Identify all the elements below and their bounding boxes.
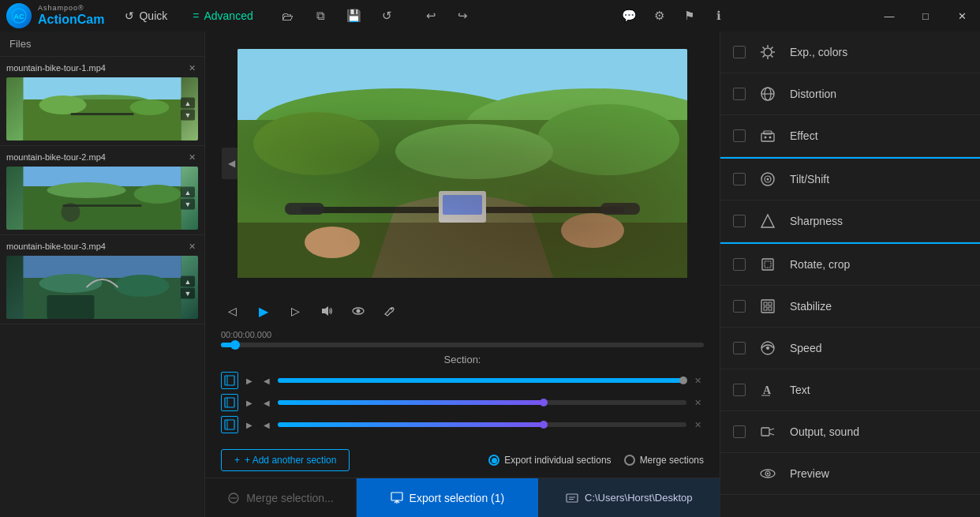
- section-left-arrow-2[interactable]: ◀: [260, 396, 273, 409]
- arrow-up-1[interactable]: ▲: [181, 98, 195, 109]
- svg-text:AC: AC: [14, 13, 24, 21]
- svg-line-59: [763, 47, 765, 49]
- panel-item-sharpness[interactable]: Sharpness: [720, 200, 980, 242]
- section-thumb-m2[interactable]: [540, 399, 548, 406]
- file-item-3[interactable]: mountain-bike-tour-3.mp4 ✕: [0, 235, 204, 324]
- section-icon-2[interactable]: [221, 394, 238, 411]
- panel-item-distortion[interactable]: Distortion: [720, 73, 980, 115]
- checkbox-speed[interactable]: [733, 342, 746, 354]
- file-close-1[interactable]: ✕: [185, 62, 198, 74]
- arrow-down-3[interactable]: ▼: [181, 288, 195, 299]
- panel-item-output-sound[interactable]: Output, sound: [720, 411, 980, 453]
- panel-item-stabilize[interactable]: Stabilize: [720, 286, 980, 328]
- checkbox-distortion[interactable]: [733, 88, 746, 100]
- checkbox-effect[interactable]: [733, 129, 746, 142]
- main-content: Files mountain-bike-tour-1.mp4 ✕: [0, 32, 980, 517]
- view-button[interactable]: [347, 300, 369, 322]
- undo-button[interactable]: ↩: [417, 2, 446, 30]
- section-right-arrow-1[interactable]: ▶: [243, 374, 256, 387]
- arrow-down-2[interactable]: ▼: [181, 199, 195, 210]
- export-individual-option[interactable]: Export individual sections: [488, 455, 611, 466]
- flag-button[interactable]: ⚑: [675, 2, 703, 30]
- sidebar-files: mountain-bike-tour-1.mp4 ✕: [0, 57, 204, 517]
- section-thumb-r1[interactable]: [679, 377, 687, 384]
- section-right-arrow-3[interactable]: ▶: [243, 418, 256, 431]
- file-arrows-1: ▲ ▼: [181, 98, 195, 121]
- label-text: Text: [790, 384, 967, 396]
- svg-point-19: [39, 274, 103, 293]
- save-button[interactable]: 💾: [340, 2, 368, 30]
- panel-item-exp-colors[interactable]: Exp., colors: [720, 32, 980, 73]
- icon-exp-colors: [757, 41, 779, 63]
- file-close-2[interactable]: ✕: [185, 151, 198, 163]
- settings-button[interactable]: ⚙: [645, 2, 673, 30]
- section-close-1[interactable]: ✕: [691, 374, 704, 387]
- play-button[interactable]: ▶: [252, 300, 275, 322]
- radio-individual[interactable]: [488, 455, 499, 466]
- panel-item-tilt-shift[interactable]: Tilt/Shift: [720, 157, 980, 200]
- timeline-thumb[interactable]: [230, 340, 240, 350]
- section-slider-1[interactable]: [278, 378, 686, 383]
- close-button[interactable]: ✕: [944, 0, 980, 32]
- section-area: Section: ▶ ◀ ✕: [205, 347, 720, 444]
- svg-rect-17: [24, 256, 181, 278]
- tools-button[interactable]: [379, 300, 401, 322]
- redo-button[interactable]: ↪: [449, 2, 477, 30]
- checkbox-text[interactable]: [733, 384, 746, 396]
- section-right-arrow-2[interactable]: ▶: [243, 396, 256, 409]
- path-button[interactable]: C:\Users\Horst\Desktop: [538, 478, 720, 517]
- export-selection-button[interactable]: Export selection (1): [357, 478, 537, 517]
- panel-item-text[interactable]: A Text: [720, 369, 980, 411]
- section-close-2[interactable]: ✕: [691, 396, 704, 409]
- panel-item-rotate-crop[interactable]: Rotate, crop: [720, 242, 980, 286]
- info-button[interactable]: ℹ: [705, 2, 733, 30]
- copy-button[interactable]: ⧉: [307, 2, 335, 30]
- panel-item-effect[interactable]: Effect: [720, 115, 980, 157]
- section-left-arrow-3[interactable]: ◀: [260, 418, 273, 431]
- section-left-arrow-1[interactable]: ◀: [260, 374, 273, 387]
- folder-button[interactable]: 🗁: [274, 2, 302, 30]
- merge-sections-option[interactable]: Merge sections: [624, 455, 704, 466]
- volume-button[interactable]: [316, 300, 338, 322]
- chat-button[interactable]: 💬: [615, 2, 643, 30]
- checkbox-sharpness[interactable]: [733, 215, 746, 227]
- arrow-up-3[interactable]: ▲: [181, 276, 195, 287]
- minimize-button[interactable]: —: [871, 0, 907, 32]
- arrow-down-1[interactable]: ▼: [181, 110, 195, 121]
- label-rotate-crop: Rotate, crop: [790, 258, 967, 271]
- section-slider-3[interactable]: [278, 422, 686, 427]
- timestamp: 00:00:00.000: [221, 327, 704, 343]
- checkbox-output-sound[interactable]: [733, 425, 746, 438]
- quick-mode-button[interactable]: ↺ Quick: [114, 6, 178, 25]
- file-item-2[interactable]: mountain-bike-tour-2.mp4 ✕: [0, 146, 204, 235]
- section-thumb-m3[interactable]: [540, 421, 548, 429]
- checkbox-tilt-shift[interactable]: [733, 173, 746, 185]
- svg-line-62: [763, 55, 765, 57]
- svg-point-12: [47, 182, 126, 198]
- add-section-button[interactable]: + + Add another section: [221, 449, 350, 471]
- file-header-2: mountain-bike-tour-2.mp4 ✕: [6, 151, 198, 163]
- panel-item-speed[interactable]: Speed: [720, 328, 980, 369]
- timeline-area: 00:00:00.000: [205, 327, 720, 347]
- file-close-3[interactable]: ✕: [185, 240, 198, 253]
- next-button[interactable]: ▷: [284, 300, 306, 322]
- panel-item-preview[interactable]: Preview: [720, 453, 980, 495]
- timeline-bar[interactable]: [221, 343, 704, 347]
- prev-button[interactable]: ◁: [221, 300, 243, 322]
- svg-rect-51: [567, 494, 578, 502]
- checkbox-exp-colors[interactable]: [733, 46, 746, 58]
- radio-merge[interactable]: [624, 455, 635, 466]
- section-slider-2[interactable]: [278, 400, 686, 405]
- section-icon-1[interactable]: [221, 372, 238, 389]
- section-icon-3[interactable]: [221, 416, 238, 433]
- merge-selection-button[interactable]: Merge selection...: [205, 478, 357, 517]
- file-item-1[interactable]: mountain-bike-tour-1.mp4 ✕: [0, 57, 204, 146]
- advanced-mode-button[interactable]: = Advanced: [181, 6, 264, 25]
- icon-preview: [757, 463, 779, 485]
- maximize-button[interactable]: □: [907, 0, 944, 32]
- checkbox-rotate-crop[interactable]: [733, 258, 746, 271]
- section-close-3[interactable]: ✕: [691, 418, 704, 431]
- refresh-button[interactable]: ↺: [373, 2, 402, 30]
- checkbox-stabilize[interactable]: [733, 300, 746, 313]
- arrow-up-2[interactable]: ▲: [181, 187, 195, 198]
